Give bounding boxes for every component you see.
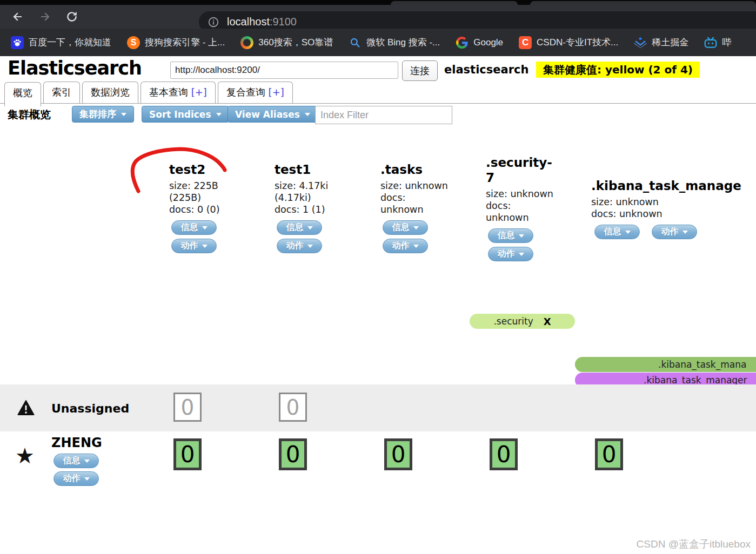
browser-tab[interactable] bbox=[530, 1, 756, 5]
cluster-name: elasticsearch bbox=[444, 63, 528, 76]
browser-toolbar: localhost:9100 bbox=[0, 5, 756, 29]
bookmark-juejin[interactable]: 稀土掘金 bbox=[634, 36, 688, 49]
forward-icon[interactable] bbox=[37, 9, 53, 25]
actions-button[interactable]: 动作 bbox=[488, 247, 533, 261]
index-card-kibana-task-manager: .kibana_task_manage size: unknown docs: … bbox=[591, 178, 756, 239]
chevron-down-icon bbox=[413, 226, 419, 229]
chevron-down-icon bbox=[413, 245, 419, 248]
info-button[interactable]: 信息 bbox=[594, 225, 640, 239]
watermark: CSDN @蓝盒子itbluebox bbox=[637, 537, 751, 551]
juejin-icon bbox=[634, 36, 647, 49]
tab-overview[interactable]: 概览 bbox=[4, 82, 41, 106]
warning-icon bbox=[17, 400, 35, 416]
bookmark-label: 百度一下，你就知道 bbox=[29, 36, 111, 49]
bookmarks-bar: 百度一下，你就知道 S 搜狗搜索引擎 - 上... 360搜索，SO靠谱 微软 … bbox=[0, 29, 756, 56]
360-icon bbox=[240, 36, 253, 49]
bookmark-label: 360搜索，SO靠谱 bbox=[258, 36, 333, 49]
alias-pill-security[interactable]: .security X bbox=[470, 314, 575, 329]
view-aliases-button[interactable]: View Aliases bbox=[228, 106, 318, 123]
chevron-down-icon bbox=[305, 113, 310, 116]
shard-box[interactable]: 0 bbox=[384, 438, 412, 470]
bookmark-label: 稀土掘金 bbox=[652, 36, 688, 49]
bookmark-label: 微软 Bing 搜索 -... bbox=[366, 36, 440, 49]
bookmark-google[interactable]: Google bbox=[456, 36, 503, 49]
endpoint-input[interactable] bbox=[170, 62, 398, 79]
index-docs: docs: unknown bbox=[591, 208, 756, 220]
shard-box-unassigned[interactable]: 0 bbox=[173, 393, 202, 422]
index-card-test2: test2 size: 225B (225B) docs: 0 (0) 信息 动… bbox=[169, 162, 264, 257]
chevron-down-icon bbox=[202, 245, 208, 248]
actions-button[interactable]: 动作 bbox=[277, 239, 322, 253]
index-docs: unknown bbox=[486, 212, 581, 224]
index-size: size: unknown bbox=[591, 196, 756, 208]
cluster-health-badge: 集群健康值: yellow (2 of 4) bbox=[536, 62, 700, 78]
chevron-down-icon bbox=[683, 231, 688, 234]
sogou-icon: S bbox=[127, 36, 140, 49]
info-button[interactable]: 信息 bbox=[277, 220, 322, 235]
bookmark-sogou[interactable]: S 搜狗搜索引擎 - 上... bbox=[127, 36, 225, 49]
actions-button[interactable]: 动作 bbox=[53, 471, 99, 486]
index-docs: docs: 1 (1) bbox=[275, 204, 370, 215]
index-docs: docs: 0 (0) bbox=[169, 204, 264, 215]
bookmark-csdn[interactable]: C CSDN-专业IT技术... bbox=[519, 36, 618, 49]
shard-box[interactable]: 0 bbox=[279, 438, 307, 470]
site-info-icon[interactable] bbox=[208, 16, 219, 28]
page-title: Elasticsearch bbox=[8, 57, 142, 79]
index-size: size: 4.17ki bbox=[275, 180, 370, 192]
unassigned-label: Unassigned bbox=[51, 402, 129, 415]
tab-indices[interactable]: 索引 bbox=[43, 82, 80, 103]
index-card-tasks: .tasks size: unknown docs: unknown 信息 动作 bbox=[380, 162, 476, 257]
shard-box[interactable]: 0 bbox=[173, 438, 202, 470]
tab-browser[interactable]: 数据浏览 bbox=[82, 82, 138, 103]
reload-icon[interactable] bbox=[64, 9, 80, 25]
browser-tab[interactable] bbox=[391, 1, 518, 5]
index-size: size: unknown bbox=[486, 188, 581, 200]
chevron-down-icon bbox=[121, 113, 126, 116]
bing-search-icon bbox=[349, 36, 362, 49]
node-name: ZHENG bbox=[51, 435, 102, 450]
alias-label: .kibana_task_mana bbox=[658, 359, 746, 370]
bookmark-label: 哔 bbox=[722, 36, 731, 49]
chevron-down-icon bbox=[216, 113, 222, 116]
cluster-sort-button[interactable]: 集群排序 bbox=[72, 106, 134, 123]
connect-button[interactable]: 连接 bbox=[402, 60, 438, 81]
star-icon: ★ bbox=[15, 445, 35, 467]
index-docs: unknown bbox=[380, 204, 476, 215]
url-host: localhost bbox=[227, 16, 270, 28]
chevron-down-icon bbox=[307, 245, 313, 248]
index-name: .security-7 bbox=[486, 155, 559, 185]
csdn-icon: C bbox=[519, 36, 532, 49]
bookmark-360[interactable]: 360搜索，SO靠谱 bbox=[240, 36, 333, 49]
alias-pill-kibana-green[interactable]: .kibana_task_mana bbox=[575, 357, 756, 372]
info-button[interactable]: 信息 bbox=[488, 228, 533, 243]
index-card-security-7: .security-7 size: unknown docs: unknown … bbox=[486, 155, 581, 265]
shard-box[interactable]: 0 bbox=[490, 438, 518, 470]
actions-button[interactable]: 动作 bbox=[383, 239, 428, 253]
close-icon[interactable]: X bbox=[544, 316, 551, 327]
elasticsearch-head-page: localhost:9100 百度一下，你就知道 S 搜狗搜索引擎 - 上...… bbox=[0, 0, 756, 554]
bilibili-icon bbox=[704, 36, 717, 49]
tab-compound-query[interactable]: 复合查询 [+] bbox=[218, 82, 293, 103]
bookmark-label: CSDN-专业IT技术... bbox=[537, 36, 618, 49]
google-icon bbox=[456, 36, 469, 49]
bookmark-baidu[interactable]: 百度一下，你就知道 bbox=[11, 36, 111, 49]
bookmark-bing[interactable]: 微软 Bing 搜索 -... bbox=[349, 36, 440, 49]
index-filter-input[interactable] bbox=[315, 106, 452, 124]
shard-box[interactable]: 0 bbox=[595, 438, 623, 470]
back-icon[interactable] bbox=[10, 9, 26, 25]
bookmark-bilibili[interactable]: 哔 bbox=[704, 36, 731, 49]
alias-label: .kibana_task_manager bbox=[644, 375, 747, 386]
bookmark-label: 搜狗搜索引擎 - 上... bbox=[145, 36, 225, 49]
actions-button[interactable]: 动作 bbox=[652, 225, 697, 239]
actions-button[interactable]: 动作 bbox=[171, 239, 217, 253]
info-button[interactable]: 信息 bbox=[171, 220, 217, 235]
tab-basic-query[interactable]: 基本查询 [+] bbox=[141, 82, 216, 103]
info-button[interactable]: 信息 bbox=[53, 454, 99, 468]
shard-box-unassigned[interactable]: 0 bbox=[279, 393, 307, 422]
chevron-down-icon bbox=[84, 477, 90, 481]
chevron-down-icon bbox=[519, 253, 524, 256]
chevron-down-icon bbox=[519, 234, 524, 238]
sort-indices-button[interactable]: Sort Indices bbox=[142, 106, 229, 123]
browser-tab-strip bbox=[0, 0, 756, 5]
info-button[interactable]: 信息 bbox=[383, 220, 428, 235]
